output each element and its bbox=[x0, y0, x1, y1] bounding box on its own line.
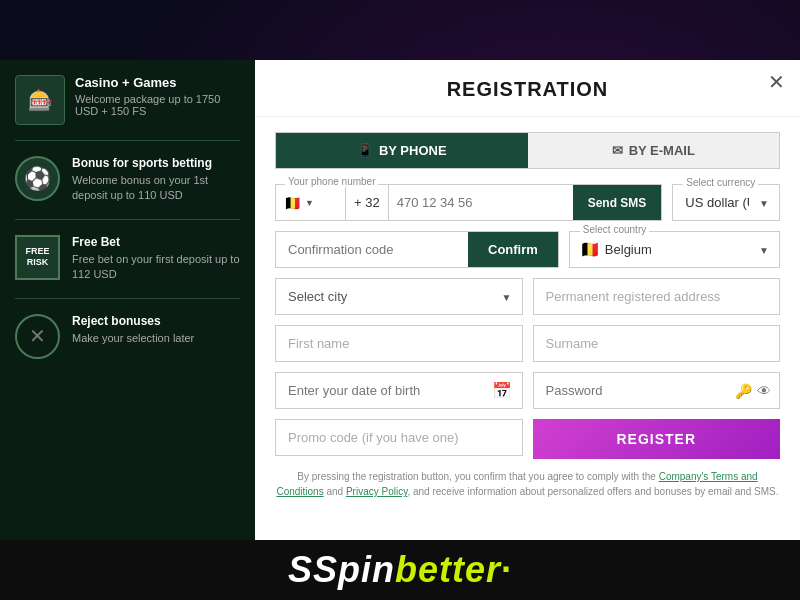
address-group bbox=[533, 278, 781, 315]
country-code: + 32 bbox=[346, 185, 389, 220]
dob-input[interactable] bbox=[276, 373, 482, 408]
phone-group: Your phone number 🇧🇪 ▼ + 32 Send SMS bbox=[275, 184, 662, 221]
confirmation-code-input[interactable] bbox=[276, 232, 468, 267]
flag-chevron: ▼ bbox=[305, 198, 314, 208]
reject-icon: ✕ bbox=[15, 314, 60, 359]
confirm-input-row: Confirm bbox=[275, 231, 559, 268]
promo-code-input[interactable] bbox=[275, 419, 523, 456]
promo-register-row: REGISTER bbox=[275, 419, 780, 459]
free-bet-desc: Free bet on your first deposit up to 112… bbox=[72, 252, 240, 283]
country-group: Select country 🇧🇪 Belgium France Germany… bbox=[569, 231, 780, 268]
country-select-wrapper: Select country 🇧🇪 Belgium France Germany… bbox=[569, 231, 780, 268]
register-group: REGISTER bbox=[533, 419, 781, 459]
free-bet-icon: FREERISK bbox=[15, 235, 60, 280]
calendar-icon: 📅 bbox=[482, 381, 522, 400]
dob-group: 📅 bbox=[275, 372, 523, 409]
confirm-button[interactable]: Confirm bbox=[468, 232, 558, 267]
city-group: Select city bbox=[275, 278, 523, 315]
country-label: Select country bbox=[580, 224, 649, 235]
currency-group: Select currency US dollar (USD) Euro (EU… bbox=[672, 184, 780, 221]
modal-title: REGISTRATION bbox=[447, 78, 609, 101]
casino-header: 🎰 Casino + Games Welcome package up to 1… bbox=[15, 75, 240, 141]
address-input[interactable] bbox=[533, 278, 781, 315]
surname-group bbox=[533, 325, 781, 362]
password-eye-icon[interactable]: 👁 bbox=[757, 383, 771, 399]
free-bet-item: FREERISK Free Bet Free bet on your first… bbox=[15, 235, 240, 299]
belgium-flag: 🇧🇪 bbox=[284, 195, 301, 211]
reject-bonus-title: Reject bonuses bbox=[72, 314, 194, 328]
promo-group bbox=[275, 419, 523, 459]
sports-bonus-desc: Welcome bonus on your 1st deposit up to … bbox=[72, 173, 240, 204]
sports-icon: ⚽ bbox=[15, 156, 60, 201]
city-select-wrapper: Select city bbox=[275, 278, 523, 315]
firstname-group bbox=[275, 325, 523, 362]
free-bet-title: Free Bet bbox=[72, 235, 240, 249]
phone-icon: 📱 bbox=[357, 143, 373, 158]
first-name-input[interactable] bbox=[275, 325, 523, 362]
surname-input[interactable] bbox=[533, 325, 781, 362]
sports-bonus-info: Bonus for sports betting Welcome bonus o… bbox=[72, 156, 240, 204]
password-input[interactable] bbox=[534, 373, 728, 408]
footer-text: By pressing the registration button, you… bbox=[275, 469, 780, 499]
currency-select[interactable]: US dollar (USD) Euro (EUR) British Pound… bbox=[673, 185, 779, 220]
casino-icon: 🎰 bbox=[15, 75, 65, 125]
confirmation-group: Confirm bbox=[275, 231, 559, 268]
tab-by-email[interactable]: ✉ BY E-MAIL bbox=[528, 133, 780, 168]
reject-bonus-info: Reject bonuses Make your selection later bbox=[72, 314, 194, 346]
country-select[interactable]: Belgium France Germany Netherlands bbox=[600, 232, 779, 267]
privacy-link[interactable]: Privacy Policy bbox=[346, 486, 408, 497]
country-flag: 🇧🇪 bbox=[570, 240, 600, 259]
tab-by-phone[interactable]: 📱 BY PHONE bbox=[276, 133, 528, 168]
registration-modal: REGISTRATION ✕ 📱 BY PHONE ✉ BY E-MAIL Yo… bbox=[255, 60, 800, 540]
city-address-row: Select city bbox=[275, 278, 780, 315]
tab-row: 📱 BY PHONE ✉ BY E-MAIL bbox=[275, 132, 780, 169]
flag-select[interactable]: 🇧🇪 ▼ bbox=[276, 185, 346, 220]
password-wrapper: 🔑 👁 bbox=[533, 372, 781, 409]
modal-header: REGISTRATION ✕ bbox=[255, 60, 800, 117]
date-wrapper: 📅 bbox=[275, 372, 523, 409]
casino-subtitle: Welcome package up to 1750 USD + 150 FS bbox=[75, 93, 240, 117]
spinbetter-logo: SSpinbetter· bbox=[288, 549, 512, 591]
phone-label: Your phone number bbox=[285, 176, 378, 187]
confirmation-country-row: Confirm Select country 🇧🇪 Belgium France… bbox=[275, 231, 780, 268]
sports-bonus-item: ⚽ Bonus for sports betting Welcome bonus… bbox=[15, 156, 240, 220]
close-button[interactable]: ✕ bbox=[768, 72, 785, 92]
city-select[interactable]: Select city bbox=[276, 279, 522, 314]
reject-bonus-desc: Make your selection later bbox=[72, 331, 194, 346]
phone-input-group: 🇧🇪 ▼ + 32 Send SMS bbox=[275, 184, 662, 221]
currency-select-wrapper: Select currency US dollar (USD) Euro (EU… bbox=[672, 184, 780, 221]
email-icon: ✉ bbox=[612, 143, 623, 158]
casino-title: Casino + Games bbox=[75, 75, 240, 90]
sidebar-panel: 🎰 Casino + Games Welcome package up to 1… bbox=[0, 60, 255, 540]
send-sms-button[interactable]: Send SMS bbox=[573, 185, 662, 220]
password-show-icon[interactable]: 🔑 bbox=[735, 383, 752, 399]
phone-currency-row: Your phone number 🇧🇪 ▼ + 32 Send SMS Sel… bbox=[275, 184, 780, 221]
phone-number-input[interactable] bbox=[389, 185, 573, 220]
logo-spin: S bbox=[288, 549, 313, 590]
bottom-bar: SSpinbetter· bbox=[0, 540, 800, 600]
password-group: 🔑 👁 bbox=[533, 372, 781, 409]
sports-bonus-title: Bonus for sports betting bbox=[72, 156, 240, 170]
modal-body: 📱 BY PHONE ✉ BY E-MAIL Your phone number… bbox=[255, 117, 800, 540]
name-row bbox=[275, 325, 780, 362]
casino-info: Casino + Games Welcome package up to 175… bbox=[75, 75, 240, 117]
dob-password-row: 📅 🔑 👁 bbox=[275, 372, 780, 409]
register-button[interactable]: REGISTER bbox=[533, 419, 781, 459]
currency-label: Select currency bbox=[683, 177, 758, 188]
free-bet-info: Free Bet Free bet on your first deposit … bbox=[72, 235, 240, 283]
password-icons: 🔑 👁 bbox=[727, 383, 779, 399]
reject-bonus-item: ✕ Reject bonuses Make your selection lat… bbox=[15, 314, 240, 374]
